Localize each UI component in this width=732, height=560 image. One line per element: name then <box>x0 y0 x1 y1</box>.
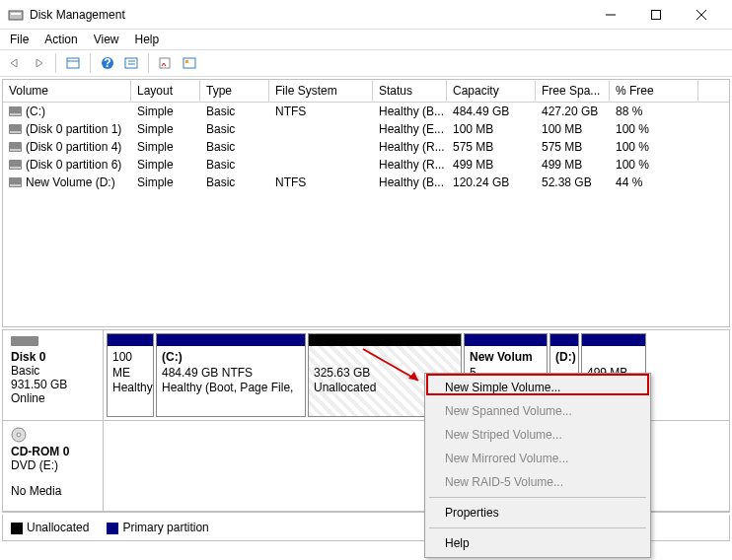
partition-efi[interactable]: 100 MEHealthy <box>107 333 154 417</box>
disk-kind: Basic <box>11 364 39 378</box>
volume-list: Volume Layout Type File System Status Ca… <box>2 79 730 327</box>
context-menu: New Simple Volume... New Spanned Volume.… <box>424 373 651 558</box>
cdrom-drive: DVD (E:) <box>11 458 58 472</box>
svg-rect-1 <box>11 13 21 15</box>
disk-icon <box>11 336 38 346</box>
menu-file[interactable]: File <box>2 31 37 48</box>
menu-help[interactable]: Help <box>127 31 168 48</box>
volume-row[interactable]: (C:)SimpleBasicNTFSHealthy (B...484.49 G… <box>3 103 729 120</box>
svg-rect-3 <box>652 10 661 19</box>
header-type[interactable]: Type <box>200 80 269 102</box>
legend-unallocated: Unallocated <box>11 521 89 534</box>
header-status[interactable]: Status <box>373 80 447 102</box>
partition-c[interactable]: (C:)484.49 GB NTFSHealthy (Boot, Page Fi… <box>156 333 306 417</box>
cdrom-icon <box>11 427 31 443</box>
header-layout[interactable]: Layout <box>131 80 200 102</box>
menubar: File Action View Help <box>0 30 732 49</box>
volume-row[interactable]: (Disk 0 partition 6)SimpleBasicHealthy (… <box>3 156 729 174</box>
cdrom-media: No Media <box>11 484 61 498</box>
header-volume[interactable]: Volume <box>3 80 131 102</box>
drive-icon <box>9 160 22 170</box>
disk-name: Disk 0 <box>11 350 45 364</box>
menu-new-spanned-volume: New Spanned Volume... <box>427 399 648 423</box>
svg-text:?: ? <box>104 56 110 70</box>
forward-button[interactable] <box>28 52 49 74</box>
menu-properties[interactable]: Properties <box>427 501 648 525</box>
menu-help[interactable]: Help <box>427 531 648 555</box>
window-title: Disk Management <box>30 8 588 22</box>
refresh-icon[interactable] <box>155 52 177 74</box>
svg-rect-15 <box>185 60 188 63</box>
disk-size: 931.50 GB <box>11 378 67 391</box>
close-button[interactable] <box>679 0 724 30</box>
menu-new-mirrored-volume: New Mirrored Volume... <box>427 447 648 470</box>
drive-icon <box>9 106 22 116</box>
disk-state: Online <box>11 391 45 405</box>
svg-rect-0 <box>9 11 23 20</box>
drive-icon <box>9 124 22 134</box>
details-icon[interactable] <box>120 52 142 74</box>
cdrom-label[interactable]: CD-ROM 0 DVD (E:) No Media <box>3 421 104 511</box>
properties-icon[interactable] <box>179 52 200 74</box>
minimize-button[interactable] <box>588 0 633 30</box>
menu-action[interactable]: Action <box>37 31 85 48</box>
menu-new-striped-volume: New Striped Volume... <box>427 423 648 447</box>
list-view-icon[interactable] <box>62 52 84 74</box>
svg-rect-14 <box>183 58 195 68</box>
back-button[interactable] <box>4 52 26 74</box>
titlebar: Disk Management <box>0 0 732 30</box>
cdrom-name: CD-ROM 0 <box>11 445 69 458</box>
svg-rect-10 <box>125 58 137 68</box>
menu-new-raid5-volume: New RAID-5 Volume... <box>427 470 648 494</box>
column-headers: Volume Layout Type File System Status Ca… <box>3 80 729 103</box>
help-icon[interactable]: ? <box>97 52 118 74</box>
volume-row[interactable]: New Volume (D:)SimpleBasicNTFSHealthy (B… <box>3 174 729 191</box>
toolbar: ? <box>0 49 732 77</box>
app-icon <box>8 7 24 23</box>
svg-point-17 <box>17 433 21 437</box>
volume-row[interactable]: (Disk 0 partition 1)SimpleBasicHealthy (… <box>3 120 729 138</box>
svg-rect-13 <box>160 58 170 68</box>
header-percent[interactable]: % Free <box>610 80 698 102</box>
maximize-button[interactable] <box>633 0 679 30</box>
header-capacity[interactable]: Capacity <box>447 80 536 102</box>
header-free[interactable]: Free Spa... <box>536 80 610 102</box>
menu-new-simple-volume[interactable]: New Simple Volume... <box>427 376 648 399</box>
header-filesystem[interactable]: File System <box>269 80 373 102</box>
disk-0-label[interactable]: Disk 0 Basic 931.50 GB Online <box>3 330 104 420</box>
drive-icon <box>9 177 22 187</box>
volume-row[interactable]: (Disk 0 partition 4)SimpleBasicHealthy (… <box>3 138 729 156</box>
legend-primary: Primary partition <box>107 521 208 534</box>
svg-rect-6 <box>67 58 79 68</box>
menu-view[interactable]: View <box>86 31 127 48</box>
drive-icon <box>9 142 22 152</box>
